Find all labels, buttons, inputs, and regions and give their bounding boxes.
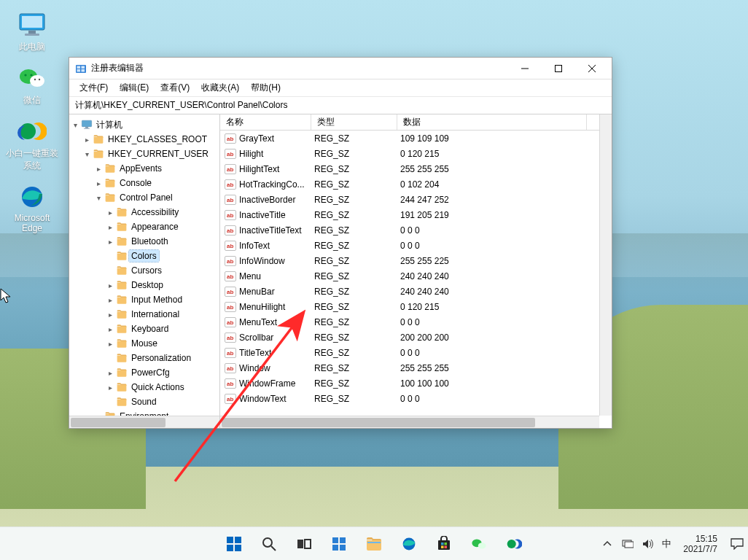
minimize-button[interactable] [508, 58, 542, 79]
taskbar-store[interactable] [429, 529, 459, 559]
tree-node-console[interactable]: ▸Console [69, 176, 219, 190]
tree-expander-icon[interactable]: ▸ [104, 296, 116, 304]
value-type: REG_SZ [314, 363, 400, 373]
search-button[interactable] [254, 529, 284, 559]
tray-clock[interactable]: 15:15 2021/7/7 [679, 534, 722, 554]
value-row[interactable]: abScrollbarREG_SZ200 200 200 [220, 330, 612, 345]
regedit-window[interactable]: 注册表编辑器 文件(F) 编辑(E) 查看(V) 收藏夹(A) 帮助(H) 计算… [69, 57, 612, 429]
taskbar[interactable]: 中 15:15 2021/7/7 [0, 526, 748, 560]
desktop-icon-xiaobai[interactable]: 小白一键重装 系统 [3, 112, 61, 178]
close-button[interactable] [575, 58, 609, 79]
desktop-icon-this-pc[interactable]: 此电脑 [3, 6, 61, 59]
tray-ime[interactable]: 中 [662, 537, 671, 551]
tree-node-mouse[interactable]: ▸Mouse [69, 336, 219, 351]
tray-volume-icon[interactable] [642, 537, 655, 551]
menu-favorites[interactable]: 收藏夹(A) [195, 80, 245, 96]
taskbar-explorer[interactable] [359, 529, 389, 559]
value-list-body[interactable]: abGrayTextREG_SZ109 109 109abHilightREG_… [220, 131, 612, 428]
tree-expander-icon[interactable]: ▸ [93, 165, 104, 173]
value-row[interactable]: abWindowREG_SZ255 255 255 [220, 360, 612, 376]
tree-expander-icon[interactable]: ▸ [104, 384, 116, 392]
value-row[interactable]: abHotTrackingCo...REG_SZ0 102 204 [220, 176, 612, 192]
value-row[interactable]: abInactiveBorderREG_SZ244 247 252 [220, 192, 612, 207]
tree-node-quick-actions[interactable]: ▸Quick Actions [69, 380, 219, 394]
tree-expander-icon[interactable]: ▸ [104, 209, 116, 217]
tree-expander-icon[interactable]: ▸ [104, 369, 116, 377]
column-header-data[interactable]: 数据 [397, 114, 587, 130]
tree-expander-icon[interactable]: ▸ [104, 238, 116, 246]
tree-h-scrollbar-thumb[interactable] [71, 418, 165, 427]
value-row[interactable]: abMenuHilightREG_SZ0 120 215 [220, 299, 612, 314]
taskbar-xiaobai[interactable] [499, 529, 529, 559]
tree-node-hkcu[interactable]: ▾HKEY_CURRENT_USER [69, 147, 219, 161]
task-view-button[interactable] [289, 529, 319, 559]
tree-expander-icon[interactable]: ▸ [93, 179, 104, 187]
tree-expander-icon[interactable]: ▾ [93, 194, 104, 202]
menu-edit[interactable]: 编辑(E) [114, 80, 155, 96]
desktop[interactable]: 此电脑 微信 小白一键重装 系统 [0, 0, 748, 560]
widgets-button[interactable] [324, 529, 354, 559]
tree-node-personalization[interactable]: Personalization [69, 351, 219, 365]
tray-notifications[interactable] [729, 533, 745, 555]
tree-node-international[interactable]: ▸International [69, 307, 219, 322]
value-row[interactable]: abInactiveTitleREG_SZ191 205 219 [220, 207, 612, 222]
value-row[interactable]: abGrayTextREG_SZ109 109 109 [220, 131, 612, 146]
list-h-scrollbar[interactable] [220, 416, 599, 428]
tree-expander-icon[interactable]: ▸ [81, 136, 93, 144]
desktop-icon-wechat[interactable]: 微信 [3, 59, 61, 112]
tray-network-icon[interactable] [621, 537, 634, 551]
value-row[interactable]: abMenuREG_SZ240 240 240 [220, 268, 612, 284]
value-row[interactable]: abMenuBarREG_SZ240 240 240 [220, 284, 612, 299]
tree-panel[interactable]: ▾计算机▸HKEY_CLASSES_ROOT▾HKEY_CURRENT_USER… [69, 114, 220, 428]
tree-node-colors[interactable]: Colors [69, 249, 219, 263]
tree-expander-icon[interactable]: ▸ [104, 223, 116, 231]
tree-expander-icon[interactable]: ▸ [104, 340, 116, 348]
tree-node-cursors[interactable]: Cursors [69, 263, 219, 278]
maximize-button[interactable] [542, 58, 575, 79]
tree-node-control-panel[interactable]: ▾Control Panel [69, 190, 219, 205]
tree-h-scrollbar[interactable] [69, 416, 219, 428]
value-list-panel[interactable]: 名称 类型 数据 abGrayTextREG_SZ109 109 109abHi… [220, 114, 612, 428]
column-header-name[interactable]: 名称 [220, 114, 311, 130]
tree-node-appearance[interactable]: ▸Appearance [69, 219, 219, 234]
value-row[interactable]: abWindowFrameREG_SZ100 100 100 [220, 376, 612, 391]
menu-help[interactable]: 帮助(H) [245, 80, 287, 96]
value-row[interactable]: abWindowTextREG_SZ0 0 0 [220, 391, 612, 406]
tree-node-sound[interactable]: Sound [69, 394, 219, 409]
tree-expander-icon[interactable]: ▸ [104, 281, 116, 289]
tree-expander-icon[interactable]: ▾ [81, 150, 93, 158]
list-v-scrollbar[interactable] [599, 114, 612, 416]
start-button[interactable] [219, 529, 249, 559]
tree-node-desktop[interactable]: ▸Desktop [69, 278, 219, 292]
tree-expander-icon[interactable]: ▸ [104, 311, 116, 319]
tree-node-input-method[interactable]: ▸Input Method [69, 292, 219, 307]
tree-node-accessibility[interactable]: ▸Accessibility [69, 205, 219, 219]
reg-sz-icon: ab [225, 316, 236, 328]
tree-node-keyboard[interactable]: ▸Keyboard [69, 322, 219, 336]
tree-node-powercfg[interactable]: ▸PowerCfg [69, 365, 219, 380]
value-row[interactable]: abHilightREG_SZ0 120 215 [220, 146, 612, 161]
menu-file[interactable]: 文件(F) [74, 80, 114, 96]
desktop-icon-edge[interactable]: Microsoft Edge [3, 178, 61, 239]
value-row[interactable]: abHilightTextREG_SZ255 255 255 [220, 161, 612, 176]
tray-chevron-up-icon[interactable] [601, 537, 614, 551]
tree-node-hkcr[interactable]: ▸HKEY_CLASSES_ROOT [69, 132, 219, 147]
value-row[interactable]: abInfoWindowREG_SZ255 255 225 [220, 253, 612, 268]
monitor-icon [17, 12, 47, 38]
value-row[interactable]: abTitleTextREG_SZ0 0 0 [220, 345, 612, 360]
tree-expander-icon[interactable]: ▸ [104, 325, 116, 333]
tree-node-appevents[interactable]: ▸AppEvents [69, 161, 219, 176]
value-row[interactable]: abInfoTextREG_SZ0 0 0 [220, 238, 612, 253]
tree-node-root[interactable]: ▾计算机 [69, 117, 219, 132]
value-row[interactable]: abMenuTextREG_SZ0 0 0 [220, 314, 612, 330]
tree-expander-icon[interactable]: ▾ [69, 121, 81, 129]
column-header-type[interactable]: 类型 [311, 114, 397, 130]
address-bar[interactable]: 计算机\HKEY_CURRENT_USER\Control Panel\Colo… [69, 97, 612, 114]
taskbar-wechat[interactable] [464, 529, 494, 559]
tree-node-bluetooth[interactable]: ▸Bluetooth [69, 234, 219, 249]
list-h-scrollbar-thumb[interactable] [222, 418, 535, 427]
taskbar-edge[interactable] [394, 529, 424, 559]
titlebar[interactable]: 注册表编辑器 [69, 58, 612, 79]
menu-view[interactable]: 查看(V) [155, 80, 195, 96]
value-row[interactable]: abInactiveTitleTextREG_SZ0 0 0 [220, 222, 612, 238]
